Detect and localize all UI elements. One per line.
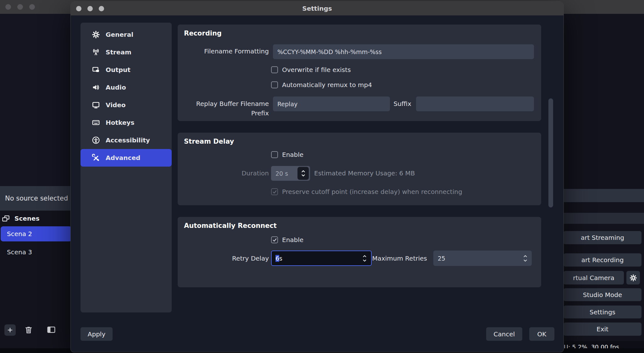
overwrite-label: Overwrite if file exists: [282, 65, 351, 74]
filename-formatting-label: Filename Formatting: [178, 47, 269, 56]
suffix-input[interactable]: [416, 97, 534, 111]
panel-icon: [47, 325, 56, 334]
duration-spin-buttons[interactable]: [297, 167, 309, 180]
close-window-icon[interactable]: [5, 4, 11, 10]
max-retries-value: 25: [438, 255, 445, 262]
sidebar-item-advanced[interactable]: Advanced: [80, 149, 172, 167]
reconnect-enable-label: Enable: [282, 235, 303, 245]
toggle-source-panel-button[interactable]: [47, 325, 56, 334]
gear-icon: [630, 274, 637, 282]
auto-reconnect-title: Automatically Reconnect: [184, 222, 277, 229]
retry-delay-spinner[interactable]: 6 s: [271, 251, 372, 266]
recording-section: Recording Filename Formatting %CCYY-%MM-…: [178, 25, 541, 121]
minimize-window-icon[interactable]: [17, 4, 23, 10]
sidebar-label-audio: Audio: [106, 84, 126, 91]
sidebar-item-output[interactable]: Output: [80, 61, 172, 79]
virtual-camera-config-button[interactable]: [626, 271, 640, 284]
ok-button[interactable]: OK: [529, 327, 554, 341]
no-source-banner: No source selected: [0, 186, 73, 211]
scene-item-scena-2[interactable]: Scena 2: [1, 226, 72, 241]
sidebar-item-general[interactable]: General: [80, 26, 172, 43]
settings-button[interactable]: Settings: [564, 306, 641, 318]
chevron-down-icon: [523, 259, 527, 262]
max-retries-spinner[interactable]: 25: [433, 251, 532, 266]
main-traffic-lights: [5, 4, 35, 10]
check-icon: [272, 190, 277, 194]
suffix-label: Suffix: [389, 99, 411, 108]
filename-formatting-input[interactable]: %CCYY-%MM-%DD %hh-%mm-%ss: [273, 44, 534, 59]
gear-icon: [92, 30, 100, 39]
sidebar-label-advanced: Advanced: [106, 154, 140, 162]
dialog-title: Settings: [71, 2, 564, 15]
sidebar-item-hotkeys[interactable]: Hotkeys: [80, 114, 172, 131]
content-scrollbar[interactable]: [548, 98, 553, 207]
max-retries-spin-buttons[interactable]: [523, 251, 527, 266]
sidebar-item-video[interactable]: Video: [80, 96, 172, 114]
remux-checkbox[interactable]: [271, 81, 278, 88]
max-retries-label: Maximum Retries: [362, 254, 427, 263]
scene-item-scena-3[interactable]: Scena 3: [1, 245, 72, 260]
replay-prefix-input[interactable]: Replay: [273, 97, 390, 111]
overwrite-checkbox[interactable]: [271, 66, 278, 73]
duration-spinner[interactable]: 20 s: [271, 166, 310, 181]
scenes-dock: Scenes Scena 2 Scena 3: [0, 211, 73, 353]
duration-value: 20 s: [275, 170, 288, 177]
stream-delay-enable-label: Enable: [282, 150, 303, 159]
sidebar-item-stream[interactable]: Stream: [80, 43, 172, 61]
scenes-icon: [2, 214, 10, 223]
antenna-icon: [92, 48, 100, 56]
apply-button[interactable]: Apply: [80, 327, 113, 341]
check-icon: [272, 238, 277, 242]
sidebar-label-output: Output: [106, 66, 130, 74]
preview-area: [0, 14, 73, 186]
replay-prefix-label: Replay Buffer Filename Prefix: [178, 99, 269, 108]
obs-screen: { "colors": { "accent_blue": "#3a49d6", …: [0, 0, 644, 353]
chevron-up-icon: [523, 255, 527, 257]
duration-label: Duration: [178, 168, 269, 178]
preserve-cutoff-label: Preserve cutoff point (increase delay) w…: [282, 187, 462, 196]
stream-delay-title: Stream Delay: [184, 138, 234, 145]
studio-mode-button[interactable]: Studio Mode: [564, 288, 641, 301]
scenes-dock-header: Scenes: [0, 213, 75, 224]
settings-sidebar: General Stream Output Audio: [80, 23, 172, 312]
screencast-icon: [92, 66, 100, 74]
settings-dialog: Settings General Stream: [71, 2, 564, 352]
stream-delay-section: Stream Delay Enable Duration 20 s Estima…: [178, 133, 541, 205]
sidebar-label-hotkeys: Hotkeys: [106, 119, 134, 126]
sidebar-item-accessibility[interactable]: Accessibility: [80, 131, 172, 149]
chevron-up-icon: [301, 170, 305, 173]
reconnect-enable-checkbox[interactable]: [271, 236, 278, 243]
chevron-down-icon: [301, 174, 305, 177]
retry-delay-label: Retry Delay: [178, 254, 269, 263]
auto-reconnect-section: Automatically Reconnect Enable Retry Del…: [178, 217, 541, 287]
dialog-titlebar[interactable]: Settings: [71, 2, 564, 15]
retry-delay-selected-text: 6: [275, 255, 279, 262]
monitor-icon: [92, 101, 100, 109]
add-scene-button[interactable]: [4, 324, 16, 336]
cancel-button[interactable]: Cancel: [486, 327, 522, 341]
sidebar-label-general: General: [106, 31, 133, 38]
sidebar-label-stream: Stream: [106, 48, 131, 56]
exit-button[interactable]: Exit: [564, 323, 641, 336]
preserve-cutoff-checkbox[interactable]: [271, 188, 278, 195]
retry-delay-unit: s: [279, 255, 282, 262]
estimated-memory-text: Estimated Memory Usage: 6 MB: [314, 168, 415, 178]
zoom-window-icon[interactable]: [29, 4, 35, 10]
start-streaming-button[interactable]: art Streaming: [564, 231, 641, 244]
scenes-dock-title: Scenes: [14, 215, 40, 222]
start-recording-button[interactable]: art Recording: [564, 253, 641, 267]
tools-icon: [92, 154, 100, 162]
trash-icon: [24, 325, 33, 334]
recording-title: Recording: [184, 30, 222, 37]
remove-scene-button[interactable]: [24, 325, 33, 334]
stream-delay-enable-checkbox[interactable]: [271, 151, 278, 158]
plus-icon: [7, 327, 13, 333]
sidebar-label-video: Video: [106, 101, 126, 109]
virtual-camera-button[interactable]: rtual Camera: [564, 271, 624, 284]
remux-label: Automatically remux to mp4: [282, 80, 372, 90]
sidebar-item-audio[interactable]: Audio: [80, 79, 172, 96]
speaker-icon: [92, 83, 100, 91]
sidebar-label-accessibility: Accessibility: [106, 136, 150, 144]
accessibility-icon: [92, 136, 100, 144]
keyboard-icon: [92, 119, 100, 127]
